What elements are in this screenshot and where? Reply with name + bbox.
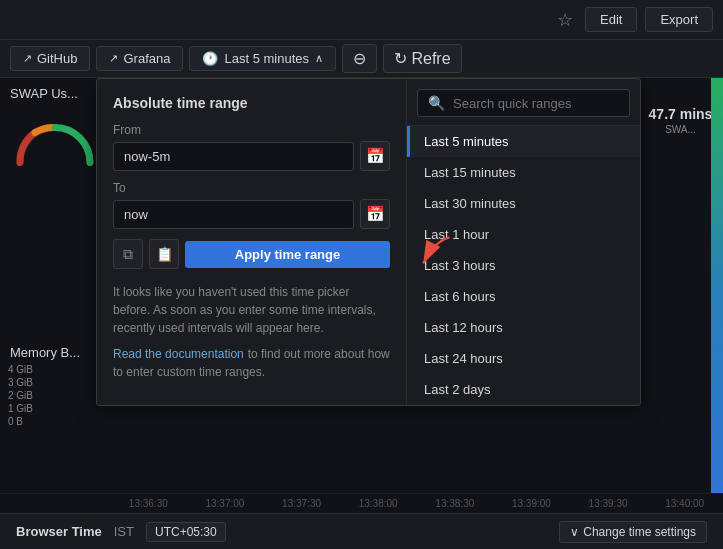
timeline-bar: 13:36:3013:37:0013:37:3013:38:0013:38:30… — [0, 493, 723, 513]
time-picker-dropdown: Absolute time range From 📅 To 📅 ⧉ 📋 Appl… — [96, 78, 641, 406]
grafana-label: Grafana — [123, 51, 170, 66]
quick-ranges-panel: 🔍 Last 5 minutesLast 15 minutesLast 30 m… — [407, 79, 640, 405]
github-link[interactable]: ↗ GitHub — [10, 46, 90, 71]
nav-bar: ↗ GitHub ↗ Grafana 🕐 Last 5 minutes ∧ ⊖ … — [0, 40, 723, 78]
mem-row-0: 0 B — [8, 416, 102, 427]
from-calendar-button[interactable]: 📅 — [360, 141, 390, 171]
main-content: SWAP Us... Memory B... 4 GiB 3 GiB 2 — [0, 78, 723, 513]
docs-link[interactable]: Read the documentation — [113, 347, 244, 361]
quick-range-item[interactable]: Last 6 hours — [407, 281, 640, 312]
absolute-time-panel: Absolute time range From 📅 To 📅 ⧉ 📋 Appl… — [97, 79, 407, 405]
export-button[interactable]: Export — [645, 7, 713, 32]
to-calendar-button[interactable]: 📅 — [360, 199, 390, 229]
timeline-label: 13:39:30 — [570, 498, 647, 509]
dropdown-title: Absolute time range — [113, 95, 390, 111]
change-time-label: Change time settings — [583, 525, 696, 539]
chevron-down-icon: ∨ — [570, 525, 579, 539]
copy-button[interactable]: ⧉ — [113, 239, 143, 269]
quick-range-item[interactable]: Last 30 minutes — [407, 188, 640, 219]
bottom-bar: Browser Time IST UTC+05:30 ∨ Change time… — [0, 513, 723, 549]
timeline-label: 13:39:00 — [493, 498, 570, 509]
right-panel: 47.7 mins SWA... — [638, 78, 723, 513]
from-input-row: 📅 — [113, 141, 390, 171]
swap-panel-title: SWAP Us... — [0, 78, 110, 105]
timeline-label: 13:38:30 — [417, 498, 494, 509]
external-icon: ↗ — [23, 52, 32, 65]
quick-ranges-list: Last 5 minutesLast 15 minutesLast 30 min… — [407, 126, 640, 405]
browser-time-label: Browser Time — [16, 524, 102, 539]
clock-icon: 🕐 — [202, 51, 218, 66]
star-icon[interactable]: ☆ — [553, 5, 577, 35]
memory-bars: 4 GiB 3 GiB 2 GiB 1 GiB 0 B — [0, 364, 110, 427]
refresh-button[interactable]: ↻ Refre — [383, 44, 462, 73]
timeline-label: 13:37:30 — [263, 498, 340, 509]
grafana-link[interactable]: ↗ Grafana — [96, 46, 183, 71]
quick-range-item[interactable]: Last 12 hours — [407, 312, 640, 343]
timeline-label: 13:40:00 — [646, 498, 723, 509]
mem-row-4gib: 4 GiB — [8, 364, 102, 375]
mem-row-3gib: 3 GiB — [8, 377, 102, 388]
github-label: GitHub — [37, 51, 77, 66]
from-label: From — [113, 123, 390, 137]
change-time-settings-button[interactable]: ∨ Change time settings — [559, 521, 707, 543]
mem-row-1gib: 1 GiB — [8, 403, 102, 414]
top-bar: ☆ Edit Export — [0, 0, 723, 40]
to-label: To — [113, 181, 390, 195]
search-quick-ranges-input[interactable] — [453, 96, 619, 111]
quick-range-item[interactable]: Last 5 minutes — [407, 126, 640, 157]
from-input[interactable] — [113, 142, 354, 171]
to-input[interactable] — [113, 200, 354, 229]
timeline-label: 13:36:30 — [110, 498, 187, 509]
search-input-wrap: 🔍 — [417, 89, 630, 117]
timeline-label: 13:38:00 — [340, 498, 417, 509]
external-icon: ↗ — [109, 52, 118, 65]
hint-text: It looks like you haven't used this time… — [113, 283, 390, 337]
timeline-label: 13:37:00 — [187, 498, 264, 509]
quick-range-item[interactable]: Last 2 days — [407, 374, 640, 405]
memory-panel: Memory B... 4 GiB 3 GiB 2 GiB 1 GiB 0 B — [0, 337, 110, 427]
memory-title: Memory B... — [0, 337, 110, 364]
zoom-out-button[interactable]: ⊖ — [342, 44, 377, 73]
time-range-button[interactable]: 🕐 Last 5 minutes ∧ — [189, 46, 336, 71]
left-panel: SWAP Us... Memory B... 4 GiB 3 GiB 2 — [0, 78, 110, 457]
search-box: 🔍 — [407, 79, 640, 126]
to-input-row: 📅 — [113, 199, 390, 229]
color-bar — [711, 78, 723, 513]
hint-link-paragraph: Read the documentation to find out more … — [113, 345, 390, 381]
mem-row-2gib: 2 GiB — [8, 390, 102, 401]
quick-range-item[interactable]: Last 24 hours — [407, 343, 640, 374]
apply-row: ⧉ 📋 Apply time range — [113, 239, 390, 269]
chevron-icon: ∧ — [315, 52, 323, 65]
quick-range-item[interactable]: Last 3 hours — [407, 250, 640, 281]
quick-range-item[interactable]: Last 1 hour — [407, 219, 640, 250]
utc-offset-badge: UTC+05:30 — [146, 522, 226, 542]
quick-range-item[interactable]: Last 15 minutes — [407, 157, 640, 188]
time-range-label: Last 5 minutes — [224, 51, 309, 66]
apply-time-range-button[interactable]: Apply time range — [185, 241, 390, 268]
timezone-label: IST — [114, 524, 134, 539]
search-icon: 🔍 — [428, 95, 445, 111]
gauge-chart — [10, 110, 100, 180]
edit-button[interactable]: Edit — [585, 7, 637, 32]
paste-button[interactable]: 📋 — [149, 239, 179, 269]
